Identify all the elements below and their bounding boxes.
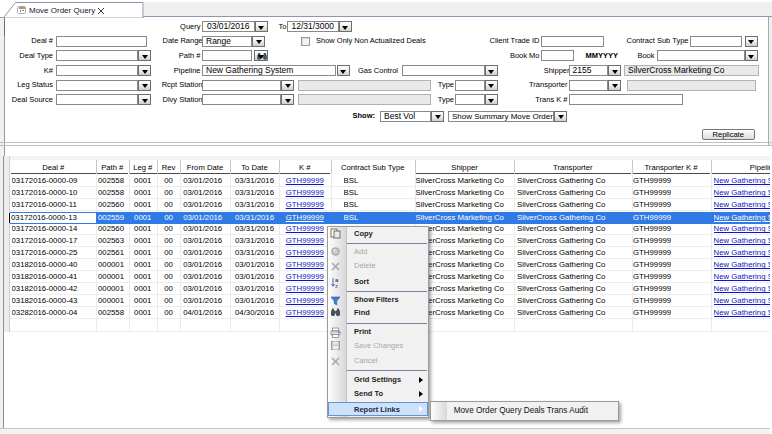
svg-text:z: z: [335, 283, 338, 288]
